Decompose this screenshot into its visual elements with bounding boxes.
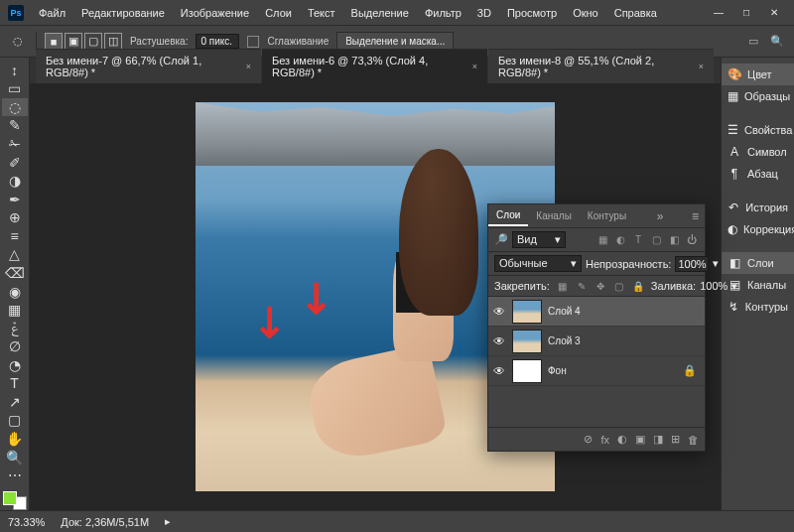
menu-текст[interactable]: Текст: [301, 4, 342, 22]
tool-button[interactable]: ⊕: [2, 209, 28, 227]
chevron-down-icon[interactable]: ▾: [713, 257, 719, 270]
tool-button[interactable]: ✎: [2, 117, 28, 135]
color-swatches[interactable]: [3, 491, 27, 510]
close-icon[interactable]: ×: [699, 62, 704, 71]
tool-button[interactable]: △: [2, 246, 28, 264]
document-tab[interactable]: Без имени-7 @ 66,7% (Слой 1, RGB/8#) *×: [36, 49, 261, 83]
menu-изображение[interactable]: Изображение: [174, 4, 256, 22]
tool-button[interactable]: ▭: [2, 80, 28, 98]
panel-toggle-icon[interactable]: ▭: [744, 33, 762, 51]
panel-tab-История[interactable]: ↶История: [722, 197, 794, 218]
tool-button[interactable]: ✐: [2, 154, 28, 172]
tool-button[interactable]: ⌫: [2, 264, 28, 282]
tool-button[interactable]: ✒: [2, 191, 28, 208]
visibility-icon[interactable]: 👁: [492, 305, 506, 319]
panel-tab-Слои[interactable]: ◧Слои: [722, 252, 794, 274]
tool-button[interactable]: 🔍: [2, 449, 28, 466]
search-icon[interactable]: 🔍: [768, 33, 786, 51]
filter-adjust-icon[interactable]: ◐: [613, 233, 627, 247]
lock-pixels-icon[interactable]: ▦: [556, 279, 570, 293]
filter-smart-icon[interactable]: ◧: [667, 233, 681, 247]
fill-input[interactable]: 100%: [700, 280, 728, 292]
selection-new[interactable]: ■: [45, 33, 63, 51]
panel-tab-Коррекция[interactable]: ◐Коррекция: [722, 218, 794, 240]
layer-action-icon[interactable]: ⊞: [671, 433, 680, 446]
document-tab[interactable]: Без имени-8 @ 55,1% (Слой 2, RGB/8#) *×: [488, 49, 714, 83]
tool-button[interactable]: ▢: [2, 412, 28, 430]
panel-tab-Образцы[interactable]: ▦Образцы: [722, 85, 794, 107]
tool-button[interactable]: ✁: [2, 135, 28, 153]
menu-фильтр[interactable]: Фильтр: [418, 4, 468, 22]
panel-collapse-icon[interactable]: »: [651, 209, 670, 223]
selection-intersect[interactable]: ◫: [104, 33, 122, 51]
close-button[interactable]: ✕: [762, 4, 786, 22]
menu-выделение[interactable]: Выделение: [344, 4, 416, 22]
filter-type-icon[interactable]: T: [631, 233, 645, 247]
visibility-icon[interactable]: 👁: [492, 364, 506, 378]
tab-channels[interactable]: Каналы: [528, 206, 580, 225]
tool-button[interactable]: T: [2, 375, 28, 393]
feather-input[interactable]: 0 пикс.: [196, 34, 239, 49]
selection-subtract[interactable]: ▢: [84, 33, 102, 51]
tool-button[interactable]: ⋯: [2, 466, 28, 484]
layer-action-icon[interactable]: ◐: [617, 433, 627, 446]
layer-row[interactable]: 👁Фон🔒: [488, 356, 705, 386]
layer-row[interactable]: 👁Слой 3: [488, 327, 705, 356]
foreground-color[interactable]: [3, 491, 17, 505]
filter-shape-icon[interactable]: ▢: [649, 233, 663, 247]
menu-окно[interactable]: Окно: [566, 4, 605, 22]
opacity-input[interactable]: 100%: [675, 256, 709, 272]
panel-menu-icon[interactable]: ≡: [686, 209, 705, 223]
layers-panel[interactable]: Слои Каналы Контуры » ≡ 🔎 Вид▾ ▦ ◐ T ▢ ◧…: [487, 203, 706, 452]
layer-thumbnail[interactable]: [512, 330, 542, 353]
panel-tab-Символ[interactable]: AСимвол: [722, 141, 794, 163]
tool-button[interactable]: ↗: [2, 393, 28, 411]
close-icon[interactable]: ×: [246, 62, 251, 71]
visibility-icon[interactable]: 👁: [492, 334, 506, 348]
lock-move-icon[interactable]: ✥: [594, 279, 607, 293]
panel-tab-Абзац[interactable]: ¶Абзац: [722, 163, 794, 185]
layer-thumbnail[interactable]: [512, 359, 542, 383]
panel-tab-Контуры[interactable]: ↯Контуры: [722, 296, 794, 318]
selection-add[interactable]: ▣: [65, 33, 82, 51]
layer-name[interactable]: Слой 4: [548, 306, 581, 317]
menu-слои[interactable]: Слои: [258, 4, 299, 22]
zoom-level[interactable]: 73.33%: [8, 516, 45, 528]
layer-action-icon[interactable]: ⊘: [584, 433, 593, 446]
tool-button[interactable]: ▦: [2, 301, 28, 319]
doc-size[interactable]: Док: 2,36M/5,51M: [61, 516, 149, 528]
filter-toggle-icon[interactable]: ⏻: [685, 233, 699, 247]
filter-image-icon[interactable]: ▦: [596, 233, 609, 247]
layer-action-icon[interactable]: 🗑: [688, 434, 699, 446]
tool-button[interactable]: ◉: [2, 283, 28, 301]
minimize-button[interactable]: —: [707, 4, 730, 22]
panel-tab-Цвет[interactable]: 🎨Цвет: [722, 64, 794, 85]
menu-файл[interactable]: Файл: [32, 4, 72, 22]
antialias-checkbox[interactable]: [247, 36, 259, 48]
lock-artboard-icon[interactable]: ▢: [612, 279, 626, 293]
tool-button[interactable]: ≡: [2, 227, 28, 245]
status-arrow-icon[interactable]: ▸: [165, 515, 171, 528]
chevron-down-icon[interactable]: ▾: [731, 280, 737, 293]
menu-справка[interactable]: Справка: [607, 4, 664, 22]
layer-action-icon[interactable]: fx: [600, 434, 609, 446]
tool-button[interactable]: ◑: [2, 172, 28, 190]
tool-button[interactable]: ∅: [2, 337, 28, 355]
layer-name[interactable]: Слой 3: [548, 335, 581, 346]
panel-tab-Свойства[interactable]: ☰Свойства: [722, 119, 794, 141]
tool-button[interactable]: ݞ: [2, 320, 28, 337]
layer-action-icon[interactable]: ◨: [653, 433, 663, 446]
tool-button[interactable]: ✋: [2, 430, 28, 448]
document-tab[interactable]: Без имени-6 @ 73,3% (Слой 4, RGB/8#) *×: [262, 49, 487, 83]
layer-name[interactable]: Фон: [548, 365, 567, 376]
tool-button[interactable]: ◌: [2, 98, 28, 116]
layer-action-icon[interactable]: ▣: [635, 433, 645, 446]
menu-3d[interactable]: 3D: [470, 4, 498, 22]
tab-paths[interactable]: Контуры: [580, 206, 634, 225]
tool-button[interactable]: ↕: [2, 62, 28, 79]
close-icon[interactable]: ×: [472, 62, 477, 71]
filter-type-select[interactable]: Вид▾: [512, 231, 566, 248]
layer-thumbnail[interactable]: [512, 300, 542, 324]
tab-layers[interactable]: Слои: [488, 205, 528, 226]
menu-просмотр[interactable]: Просмотр: [500, 4, 564, 22]
